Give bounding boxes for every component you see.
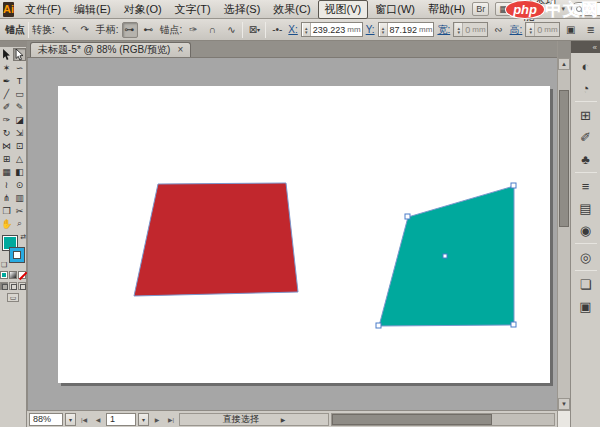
convert-to-smooth-button[interactable]: ↷	[77, 22, 93, 38]
perspective-grid-tool[interactable]: △	[13, 152, 26, 165]
slice-tool[interactable]: ✂	[13, 204, 26, 217]
go-to-bridge-button[interactable]: Br	[472, 2, 489, 16]
swatches-panel-icon[interactable]: ⊞	[574, 104, 598, 126]
vertical-scrollbar-track[interactable]	[558, 70, 570, 398]
artboard[interactable]	[58, 86, 550, 383]
scale-tool[interactable]: ⇲	[13, 126, 26, 139]
next-artboard-button[interactable]: ▶	[151, 413, 163, 426]
pen-tool[interactable]: ✒	[0, 74, 13, 87]
eraser-tool[interactable]: ◪	[13, 113, 26, 126]
mesh-tool[interactable]: ▦	[0, 165, 13, 178]
last-artboard-button[interactable]: ▶|	[165, 413, 177, 426]
convert-to-corner-button[interactable]: ↖	[58, 22, 74, 38]
draw-normal-button[interactable]	[0, 282, 8, 290]
show-handles-button[interactable]: ⊶	[122, 22, 138, 38]
vertical-scrollbar-thumb[interactable]	[559, 90, 569, 228]
color-guide-panel-icon[interactable]: ◔	[574, 77, 598, 99]
spinner-arrows-icon[interactable]: ▴▾	[380, 23, 388, 36]
type-tool[interactable]: T	[13, 74, 26, 87]
menu-view[interactable]: 视图(V)	[318, 0, 369, 19]
pencil-tool[interactable]: ✎	[13, 100, 26, 113]
line-segment-tool[interactable]: ╱	[0, 87, 13, 100]
symbols-panel-icon[interactable]: ♣	[574, 148, 598, 170]
draw-inside-button[interactable]	[18, 282, 26, 290]
remove-anchor-button[interactable]: ✑	[185, 22, 201, 38]
gradient-mode-button[interactable]	[9, 271, 17, 279]
selection-tool[interactable]	[0, 48, 13, 61]
artboard-dropdown-icon[interactable]: ▾	[138, 413, 149, 426]
spinner-arrows-icon[interactable]: ▴▾	[527, 23, 535, 36]
direct-selection-tool[interactable]	[13, 48, 26, 61]
rotate-tool[interactable]: ↻	[0, 126, 13, 139]
artboards-panel-icon[interactable]: ▣	[574, 295, 598, 317]
menu-effect[interactable]: 效果(C)	[267, 1, 316, 18]
menu-window[interactable]: 窗口(W)	[369, 1, 421, 18]
scroll-down-icon[interactable]: ▼	[558, 398, 570, 410]
y-coordinate-field[interactable]: ▴▾ 87.192 mm	[378, 22, 435, 37]
spinner-arrows-icon[interactable]: ▴▾	[455, 23, 463, 36]
stroke-color-swatch[interactable]	[9, 247, 25, 263]
collapse-panels-icon[interactable]: «	[593, 43, 597, 52]
symbol-sprayer-tool[interactable]: ⋔	[0, 191, 13, 204]
tools-panel-header[interactable]	[0, 41, 26, 47]
shape-builder-tool[interactable]: ⊞	[0, 152, 13, 165]
width-tool[interactable]: ⋈	[0, 139, 13, 152]
red-quadrilateral-shape[interactable]	[134, 183, 298, 296]
current-tool-status[interactable]: 直接选择 ▶	[179, 413, 329, 426]
menu-help[interactable]: 帮助(H)	[422, 1, 471, 18]
horizontal-scrollbar[interactable]	[331, 413, 555, 426]
dock-header[interactable]: «	[571, 41, 600, 53]
cut-path-button[interactable]: ∿	[223, 22, 239, 38]
menu-object[interactable]: 对象(O)	[118, 1, 168, 18]
close-icon[interactable]: ×	[177, 45, 183, 55]
connect-path-button[interactable]: ∩	[204, 22, 220, 38]
rectangle-tool[interactable]: ▭	[13, 87, 26, 100]
layers-panel-icon[interactable]: ❏	[574, 273, 598, 295]
anchor-point-handle[interactable]	[511, 183, 516, 188]
zoom-dropdown-icon[interactable]: ▾	[65, 413, 76, 426]
gradient-panel-icon[interactable]: ▤	[574, 197, 598, 219]
lasso-tool[interactable]: ∽	[13, 61, 26, 74]
free-transform-tool[interactable]: ⊡	[13, 139, 26, 152]
menu-type[interactable]: 文字(T)	[169, 1, 217, 18]
brushes-panel-icon[interactable]: ✐	[574, 126, 598, 148]
color-panel-icon[interactable]: ◐	[574, 55, 598, 77]
transparency-panel-icon[interactable]: ◉	[574, 219, 598, 241]
horizontal-scrollbar-thumb[interactable]	[332, 414, 492, 425]
screen-mode-button[interactable]: ▭	[7, 293, 19, 302]
anchor-point-handle[interactable]	[511, 322, 516, 327]
hide-handles-button[interactable]: ⊷	[141, 22, 157, 38]
isolate-selected-object-button[interactable]: ⊠▾	[246, 22, 262, 38]
zoom-level-field[interactable]: 88%	[29, 413, 63, 426]
height-field[interactable]: ▴▾ 0 mm	[525, 22, 559, 37]
paintbrush-tool[interactable]: ✐	[0, 100, 13, 113]
eyedropper-tool[interactable]: ≀	[0, 178, 13, 191]
stroke-panel-icon[interactable]: ≡	[574, 175, 598, 197]
status-menu-icon[interactable]: ▶	[281, 416, 286, 423]
width-field[interactable]: ▴▾ 0 mm	[453, 22, 487, 37]
menu-edit[interactable]: 编辑(E)	[68, 1, 117, 18]
default-fill-stroke-icon[interactable]: ❏	[1, 261, 7, 269]
first-artboard-button[interactable]: |◀	[78, 413, 90, 426]
color-mode-button[interactable]	[0, 271, 8, 279]
anchor-point-handle[interactable]	[376, 323, 381, 328]
magic-wand-tool[interactable]: ✶	[0, 61, 13, 74]
appearance-panel-icon[interactable]: ◎	[574, 246, 598, 268]
x-coordinate-field[interactable]: ▴▾ 239.223 mm	[301, 22, 363, 37]
anchor-point-handle[interactable]	[405, 214, 410, 219]
canvas[interactable]	[27, 58, 557, 410]
menu-file[interactable]: 文件(F)	[19, 1, 67, 18]
artboard-number-field[interactable]: 1	[106, 413, 136, 426]
spinner-arrows-icon[interactable]: ▴▾	[303, 23, 311, 36]
column-graph-tool[interactable]: ▥	[13, 191, 26, 204]
swap-fill-stroke-icon[interactable]: ⇄	[20, 233, 26, 241]
blend-tool[interactable]: ⊙	[13, 178, 26, 191]
menu-select[interactable]: 选择(S)	[218, 1, 267, 18]
previous-artboard-button[interactable]: ◀	[92, 413, 104, 426]
scroll-up-icon[interactable]: ▲	[558, 58, 570, 70]
hand-tool[interactable]: ✋	[0, 217, 13, 230]
blob-brush-tool[interactable]: ✑	[0, 113, 13, 126]
zoom-tool[interactable]: ⌕	[13, 217, 26, 230]
artboard-tool[interactable]: ❒	[0, 204, 13, 217]
none-mode-button[interactable]	[18, 271, 26, 279]
